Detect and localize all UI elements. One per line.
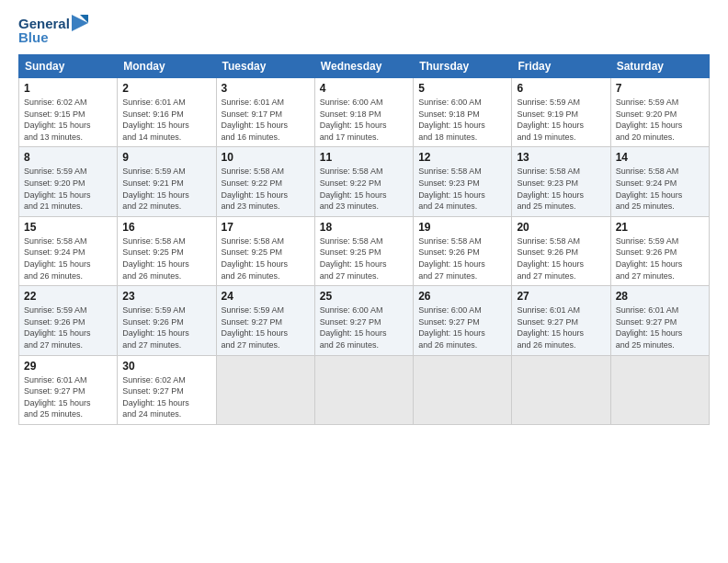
day-number: 12	[418, 151, 506, 164]
day-info: Sunrise: 6:01 AM Sunset: 9:27 PM Dayligh…	[616, 304, 704, 350]
calendar-cell: 7Sunrise: 5:59 AM Sunset: 9:20 PM Daylig…	[610, 78, 709, 147]
day-number: 2	[122, 82, 210, 95]
day-info: Sunrise: 5:59 AM Sunset: 9:26 PM Dayligh…	[24, 304, 112, 350]
day-info: Sunrise: 6:00 AM Sunset: 9:27 PM Dayligh…	[418, 304, 506, 350]
header-tuesday: Tuesday	[216, 55, 314, 78]
day-info: Sunrise: 5:58 AM Sunset: 9:24 PM Dayligh…	[24, 236, 112, 282]
page-header: General Blue	[18, 15, 710, 45]
day-info: Sunrise: 5:58 AM Sunset: 9:24 PM Dayligh…	[616, 166, 704, 212]
day-info: Sunrise: 6:02 AM Sunset: 9:27 PM Dayligh…	[122, 374, 210, 420]
calendar-cell	[414, 355, 512, 424]
calendar-cell: 27Sunrise: 6:01 AM Sunset: 9:27 PM Dayli…	[512, 286, 610, 355]
day-number: 18	[320, 221, 408, 234]
day-number: 16	[122, 221, 210, 234]
day-info: Sunrise: 6:01 AM Sunset: 9:27 PM Dayligh…	[517, 304, 605, 350]
day-info: Sunrise: 5:58 AM Sunset: 9:22 PM Dayligh…	[320, 166, 408, 212]
calendar-cell: 10Sunrise: 5:58 AM Sunset: 9:22 PM Dayli…	[216, 147, 314, 216]
day-info: Sunrise: 5:58 AM Sunset: 9:25 PM Dayligh…	[222, 236, 310, 282]
day-info: Sunrise: 5:59 AM Sunset: 9:26 PM Dayligh…	[616, 236, 704, 282]
day-info: Sunrise: 5:59 AM Sunset: 9:21 PM Dayligh…	[122, 166, 210, 212]
day-number: 7	[616, 82, 704, 95]
calendar-cell: 26Sunrise: 6:00 AM Sunset: 9:27 PM Dayli…	[414, 286, 512, 355]
day-info: Sunrise: 6:01 AM Sunset: 9:27 PM Dayligh…	[24, 374, 112, 420]
calendar-cell: 5Sunrise: 6:00 AM Sunset: 9:18 PM Daylig…	[414, 78, 512, 147]
logo-text-blue: Blue	[18, 29, 49, 45]
header-thursday: Thursday	[414, 55, 512, 78]
day-info: Sunrise: 6:01 AM Sunset: 9:16 PM Dayligh…	[122, 97, 210, 143]
calendar-cell: 30Sunrise: 6:02 AM Sunset: 9:27 PM Dayli…	[118, 355, 216, 424]
calendar-cell: 11Sunrise: 5:58 AM Sunset: 9:22 PM Dayli…	[314, 147, 413, 216]
day-number: 23	[122, 290, 210, 303]
day-number: 1	[24, 82, 112, 95]
day-number: 27	[517, 290, 605, 303]
calendar-row-0: 1Sunrise: 6:02 AM Sunset: 9:15 PM Daylig…	[19, 78, 710, 147]
day-info: Sunrise: 6:00 AM Sunset: 9:18 PM Dayligh…	[418, 97, 506, 143]
day-number: 13	[517, 151, 605, 164]
day-info: Sunrise: 5:58 AM Sunset: 9:25 PM Dayligh…	[122, 236, 210, 282]
day-number: 3	[222, 82, 310, 95]
calendar-cell: 22Sunrise: 5:59 AM Sunset: 9:26 PM Dayli…	[19, 286, 118, 355]
day-number: 22	[24, 290, 112, 303]
day-number: 21	[616, 221, 704, 234]
header-wednesday: Wednesday	[314, 55, 413, 78]
day-number: 8	[24, 151, 112, 164]
calendar-cell: 20Sunrise: 5:58 AM Sunset: 9:26 PM Dayli…	[512, 216, 610, 285]
calendar-cell: 17Sunrise: 5:58 AM Sunset: 9:25 PM Dayli…	[216, 216, 314, 285]
logo: General Blue	[18, 15, 88, 45]
calendar-cell	[610, 355, 709, 424]
day-number: 10	[222, 151, 310, 164]
day-info: Sunrise: 5:58 AM Sunset: 9:26 PM Dayligh…	[418, 236, 506, 282]
header-sunday: Sunday	[19, 55, 118, 78]
header-saturday: Saturday	[610, 55, 709, 78]
day-number: 24	[222, 290, 310, 303]
day-number: 17	[222, 221, 310, 234]
day-number: 11	[320, 151, 408, 164]
day-info: Sunrise: 5:59 AM Sunset: 9:19 PM Dayligh…	[517, 97, 605, 143]
calendar-cell: 16Sunrise: 5:58 AM Sunset: 9:25 PM Dayli…	[118, 216, 216, 285]
day-info: Sunrise: 5:58 AM Sunset: 9:23 PM Dayligh…	[418, 166, 506, 212]
day-info: Sunrise: 5:58 AM Sunset: 9:23 PM Dayligh…	[517, 166, 605, 212]
calendar-cell: 6Sunrise: 5:59 AM Sunset: 9:19 PM Daylig…	[512, 78, 610, 147]
day-info: Sunrise: 5:58 AM Sunset: 9:25 PM Dayligh…	[320, 236, 408, 282]
day-info: Sunrise: 6:02 AM Sunset: 9:15 PM Dayligh…	[24, 97, 112, 143]
day-info: Sunrise: 5:58 AM Sunset: 9:22 PM Dayligh…	[222, 166, 310, 212]
calendar-row-2: 15Sunrise: 5:58 AM Sunset: 9:24 PM Dayli…	[19, 216, 710, 285]
calendar-cell	[512, 355, 610, 424]
day-number: 4	[320, 82, 408, 95]
day-info: Sunrise: 5:59 AM Sunset: 9:20 PM Dayligh…	[24, 166, 112, 212]
day-number: 25	[320, 290, 408, 303]
calendar-cell	[216, 355, 314, 424]
calendar-cell: 18Sunrise: 5:58 AM Sunset: 9:25 PM Dayli…	[314, 216, 413, 285]
header-friday: Friday	[512, 55, 610, 78]
day-info: Sunrise: 6:00 AM Sunset: 9:27 PM Dayligh…	[320, 304, 408, 350]
calendar-cell: 21Sunrise: 5:59 AM Sunset: 9:26 PM Dayli…	[610, 216, 709, 285]
calendar-cell: 2Sunrise: 6:01 AM Sunset: 9:16 PM Daylig…	[118, 78, 216, 147]
day-number: 30	[122, 360, 210, 373]
day-number: 20	[517, 221, 605, 234]
day-info: Sunrise: 6:00 AM Sunset: 9:18 PM Dayligh…	[320, 97, 408, 143]
day-number: 28	[616, 290, 704, 303]
calendar-cell: 23Sunrise: 5:59 AM Sunset: 9:26 PM Dayli…	[118, 286, 216, 355]
calendar-row-4: 29Sunrise: 6:01 AM Sunset: 9:27 PM Dayli…	[19, 355, 710, 424]
calendar-row-1: 8Sunrise: 5:59 AM Sunset: 9:20 PM Daylig…	[19, 147, 710, 216]
calendar-cell: 28Sunrise: 6:01 AM Sunset: 9:27 PM Dayli…	[610, 286, 709, 355]
calendar-cell: 13Sunrise: 5:58 AM Sunset: 9:23 PM Dayli…	[512, 147, 610, 216]
day-number: 14	[616, 151, 704, 164]
calendar-cell: 14Sunrise: 5:58 AM Sunset: 9:24 PM Dayli…	[610, 147, 709, 216]
header-monday: Monday	[118, 55, 216, 78]
day-number: 6	[517, 82, 605, 95]
logo-text-general: General	[18, 16, 70, 31]
calendar-cell: 3Sunrise: 6:01 AM Sunset: 9:17 PM Daylig…	[216, 78, 314, 147]
day-info: Sunrise: 5:58 AM Sunset: 9:26 PM Dayligh…	[517, 236, 605, 282]
calendar-cell: 29Sunrise: 6:01 AM Sunset: 9:27 PM Dayli…	[19, 355, 118, 424]
day-info: Sunrise: 6:01 AM Sunset: 9:17 PM Dayligh…	[222, 97, 310, 143]
calendar-cell: 15Sunrise: 5:58 AM Sunset: 9:24 PM Dayli…	[19, 216, 118, 285]
day-number: 26	[418, 290, 506, 303]
logo-arrow-icon	[72, 15, 88, 31]
day-info: Sunrise: 5:59 AM Sunset: 9:20 PM Dayligh…	[616, 97, 704, 143]
header-row: SundayMondayTuesdayWednesdayThursdayFrid…	[19, 55, 710, 78]
calendar-cell: 12Sunrise: 5:58 AM Sunset: 9:23 PM Dayli…	[414, 147, 512, 216]
calendar-row-3: 22Sunrise: 5:59 AM Sunset: 9:26 PM Dayli…	[19, 286, 710, 355]
calendar-cell: 19Sunrise: 5:58 AM Sunset: 9:26 PM Dayli…	[414, 216, 512, 285]
calendar-table: SundayMondayTuesdayWednesdayThursdayFrid…	[18, 54, 710, 425]
